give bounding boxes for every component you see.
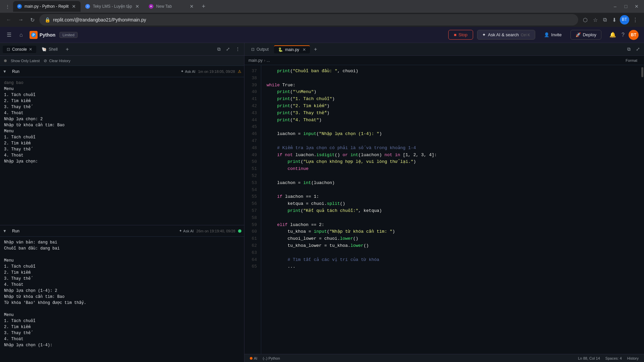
code-editor[interactable]: 37 38 39 40 41 42 43 44 45 46 47 48 49 5…: [244, 65, 644, 354]
console-tab-close[interactable]: ✕: [29, 47, 32, 52]
file-tab-close[interactable]: ✕: [303, 47, 306, 52]
ask-ai-inline-label-2: Ask AI: [183, 229, 194, 233]
run-button-2[interactable]: Run: [9, 228, 22, 234]
line-num-41: 41: [244, 96, 261, 103]
vertical-scrollbar[interactable]: [641, 65, 644, 354]
line-num-51: 51: [244, 166, 261, 173]
active-indicator: [238, 229, 241, 233]
run-bar-2: ▼ Run ✦ Ask AI 26m on 19:19:40, 09/28: [0, 225, 244, 237]
output-tab[interactable]: ⊡ Output: [247, 46, 273, 53]
panel-1-collapse-icon[interactable]: ▼: [3, 69, 7, 74]
tab-2-close[interactable]: ✕: [135, 3, 140, 10]
panel-2-collapse-icon[interactable]: ▼: [3, 229, 7, 233]
output-line: Chuỗi ban đầu: dang bai: [4, 245, 240, 252]
output-line: 4. Thoát: [4, 282, 240, 288]
forward-button[interactable]: →: [16, 15, 26, 25]
code-line-57: print("Kết quả tách chuỗi:", ketqua): [267, 208, 635, 215]
back-button[interactable]: ←: [4, 15, 13, 25]
stop-button[interactable]: ■ Stop: [448, 30, 473, 40]
profile-button[interactable]: BT: [620, 15, 629, 25]
file-tab[interactable]: 🐍 main.py ✕: [274, 45, 310, 53]
format-button[interactable]: Format: [623, 58, 640, 63]
tab-2-title: Teky LMS - Luyện tập: [93, 4, 132, 9]
reload-button[interactable]: ↻: [28, 15, 37, 25]
download-button[interactable]: ⬇: [610, 15, 618, 25]
code-line-45: [267, 124, 635, 131]
console-panel-2: ▼ Run ✦ Ask AI 26m on 19:19:40, 09/28 Nh…: [0, 225, 244, 362]
format-label: Format: [626, 58, 637, 62]
console-tab[interactable]: ⊡ Console ✕: [3, 46, 36, 53]
invite-button[interactable]: 👤 Invite: [539, 30, 566, 39]
split-view-icon[interactable]: ⧉: [216, 46, 222, 53]
tab-2[interactable]: T Teky LMS - Luyện tập ✕: [81, 1, 144, 12]
run-button-1[interactable]: Run: [9, 69, 22, 75]
split-editor-icon[interactable]: ⧉: [626, 46, 632, 53]
line-num-63: 63: [244, 250, 261, 257]
more-options-icon[interactable]: ⋮: [234, 46, 241, 53]
code-content[interactable]: print("Chuỗi ban đầu: ", chuoi) while Tr…: [261, 65, 641, 354]
ai-dot: [250, 357, 252, 360]
scrollbar-thumb[interactable]: [641, 67, 643, 77]
line-num-39: 39: [244, 82, 261, 89]
sidebar-toggle[interactable]: ☰: [5, 30, 13, 39]
stop-label: Stop: [459, 32, 468, 37]
extension-button[interactable]: ⧉: [601, 15, 609, 25]
tab-3-close[interactable]: ✕: [189, 3, 194, 10]
code-line-47: [267, 138, 635, 145]
show-latest-dot: [4, 59, 7, 62]
new-tab-button[interactable]: +: [199, 2, 208, 11]
maximize-button[interactable]: □: [621, 2, 631, 11]
breadcrumb-file: main.py: [248, 58, 263, 63]
ask-ai-inline-1[interactable]: ✦ Ask AI: [181, 69, 195, 74]
add-console-tab-button[interactable]: +: [63, 46, 72, 53]
minimize-button[interactable]: –: [610, 2, 620, 11]
clear-icon: ⊘: [44, 58, 47, 63]
address-bar[interactable]: 🔒 replit.com/@trandangbao21/Python#main.…: [39, 14, 578, 26]
tab-1-close[interactable]: ✕: [71, 3, 77, 10]
clear-history-button[interactable]: ⊘ Clear History: [44, 58, 71, 63]
output-line: 3. Thay thế: [4, 330, 240, 336]
deploy-button[interactable]: 🚀 Deploy: [570, 30, 601, 40]
menu-button[interactable]: ⋮: [631, 15, 640, 25]
tab-3[interactable]: ✦ New Tab ✕: [145, 1, 198, 12]
line-num-46: 46: [244, 131, 261, 138]
ask-ai-button[interactable]: ✦ Ask AI & search Ctrl K: [477, 30, 535, 40]
output-line: Menu: [4, 312, 240, 318]
code-line-44: print("4. Thoát"): [267, 117, 635, 124]
output-line: Nhập văn bản: dang bai: [4, 239, 240, 245]
expand-editor-icon[interactable]: ⤢: [635, 46, 641, 53]
bell-icon[interactable]: 🔔: [608, 30, 617, 39]
bookmark-button[interactable]: ☆: [591, 15, 600, 25]
help-icon[interactable]: ?: [620, 31, 626, 39]
deploy-label: Deploy: [583, 32, 596, 37]
line-numbers: 37 38 39 40 41 42 43 44 45 46 47 48 49 5…: [244, 65, 261, 354]
line-num-61: 61: [244, 235, 261, 242]
console-tab-label: Console: [12, 47, 27, 52]
code-line-60: tu_khoa = input("Nhập từ khóa cần tìm: "…: [267, 228, 635, 235]
code-line-49: if not luachon.isdigit() or int(luachon)…: [267, 152, 635, 159]
output-line: 4. Thoát: [4, 110, 240, 116]
output-line: Nhập từ khóa cần tìm: Bao: [4, 294, 240, 300]
code-line-42: print("2. Tìm kiếm"): [267, 103, 635, 110]
cast-button[interactable]: ⬡: [581, 15, 590, 25]
shell-tab[interactable]: 🐚 Shell: [38, 46, 62, 53]
add-editor-tab-button[interactable]: +: [311, 46, 320, 53]
tab-1[interactable]: P main.py - Python - Replit ✕: [13, 1, 81, 12]
show-only-latest-button[interactable]: Show Only Latest: [11, 59, 40, 63]
line-num-42: 42: [244, 103, 261, 110]
expand-console-icon[interactable]: ⤢: [225, 46, 231, 53]
tab-expand-button[interactable]: ⋮: [3, 3, 12, 10]
code-line-65: ...: [267, 263, 635, 270]
editor-breadcrumb: main.py › ... Format: [244, 56, 644, 65]
home-button[interactable]: ⌂: [17, 31, 26, 39]
close-button[interactable]: ✕: [632, 2, 641, 11]
user-avatar[interactable]: BT: [629, 30, 639, 40]
output-line: Nhập lựa chọn (1-4): 2: [4, 288, 240, 294]
ask-ai-inline-2[interactable]: ✦ Ask AI: [179, 229, 194, 233]
line-num-37: 37: [244, 68, 261, 75]
plan-badge[interactable]: Limited: [59, 32, 77, 38]
code-line-56: ketqua = chuoi.split(): [267, 200, 635, 208]
tab-1-title: main.py - Python - Replit: [25, 4, 68, 9]
nav-actions: ⬡ ☆ ⧉ ⬇ BT ⋮: [581, 15, 640, 25]
history-button[interactable]: History: [627, 356, 639, 360]
